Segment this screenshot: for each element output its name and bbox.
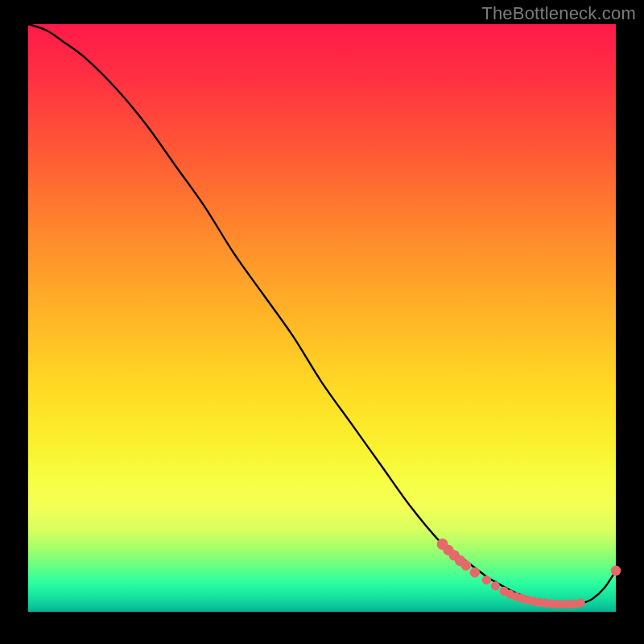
data-dot (611, 566, 621, 576)
data-dot (482, 576, 491, 584)
bottleneck-curve (28, 24, 616, 605)
watermark-text: TheBottleneck.com (481, 3, 636, 24)
chart-svg (28, 24, 616, 612)
data-dot (491, 581, 500, 590)
figure-root: TheBottleneck.com (0, 0, 644, 644)
data-dot (461, 560, 472, 571)
plot-area (28, 24, 616, 612)
data-dot (576, 598, 585, 607)
data-dot (470, 568, 481, 578)
